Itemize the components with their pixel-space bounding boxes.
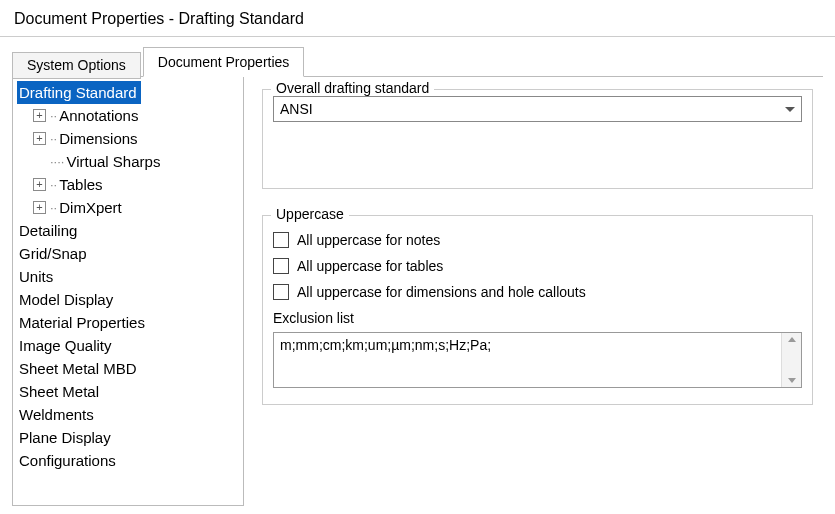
arrow-up-icon [788, 337, 796, 342]
checkbox-label: All uppercase for tables [297, 258, 443, 274]
tree-item-virtual-sharps[interactable]: ···· Virtual Sharps [17, 150, 239, 173]
checkbox-icon [273, 258, 289, 274]
checkbox-icon [273, 232, 289, 248]
checkbox-uppercase-tables[interactable]: All uppercase for tables [273, 258, 802, 274]
tree-label: Tables [59, 173, 102, 196]
exclusion-list-input[interactable]: m;mm;cm;km;um;µm;nm;s;Hz;Pa; [273, 332, 802, 388]
tree-item-annotations[interactable]: + ·· Annotations [17, 104, 239, 127]
tree-item-weldments[interactable]: Weldments [17, 403, 239, 426]
tab-document-properties[interactable]: Document Properties [143, 47, 305, 77]
tree-item-tables[interactable]: + ·· Tables [17, 173, 239, 196]
tree-item-units[interactable]: Units [17, 265, 239, 288]
exclusion-list-label: Exclusion list [273, 310, 802, 326]
expand-icon[interactable]: + [33, 201, 46, 214]
tab-strip: System Options Document Properties [12, 47, 823, 77]
exclusion-list-value: m;mm;cm;km;um;µm;nm;s;Hz;Pa; [274, 333, 781, 387]
tree-item-model-display[interactable]: Model Display [17, 288, 239, 311]
tree-item-drafting-standard[interactable]: Drafting Standard [17, 81, 141, 104]
scrollbar[interactable] [781, 333, 801, 387]
expand-icon[interactable]: + [33, 132, 46, 145]
expand-icon[interactable]: + [33, 178, 46, 191]
tree-item-image-quality[interactable]: Image Quality [17, 334, 239, 357]
tree-item-grid-snap[interactable]: Grid/Snap [17, 242, 239, 265]
tree-label: DimXpert [59, 196, 122, 219]
tree-label: Annotations [59, 104, 138, 127]
group-legend: Uppercase [271, 206, 349, 222]
expand-icon[interactable]: + [33, 109, 46, 122]
chevron-down-icon [785, 107, 795, 112]
group-legend: Overall drafting standard [271, 80, 434, 96]
tree-label: Virtual Sharps [66, 150, 160, 173]
checkbox-uppercase-notes[interactable]: All uppercase for notes [273, 232, 802, 248]
tab-system-options[interactable]: System Options [12, 52, 141, 79]
tree-item-dimensions[interactable]: + ·· Dimensions [17, 127, 239, 150]
drafting-standard-select[interactable]: ANSI [273, 96, 802, 122]
tree-item-detailing[interactable]: Detailing [17, 219, 239, 242]
group-uppercase: Uppercase All uppercase for notes All up… [262, 215, 813, 405]
checkbox-label: All uppercase for notes [297, 232, 440, 248]
tree-item-material-properties[interactable]: Material Properties [17, 311, 239, 334]
window-title: Document Properties - Drafting Standard [0, 0, 835, 36]
tree-label: Dimensions [59, 127, 137, 150]
tree-item-sheet-metal[interactable]: Sheet Metal [17, 380, 239, 403]
tree-item-sheet-metal-mbd[interactable]: Sheet Metal MBD [17, 357, 239, 380]
checkbox-uppercase-dimensions[interactable]: All uppercase for dimensions and hole ca… [273, 284, 802, 300]
arrow-down-icon [788, 378, 796, 383]
tree-item-configurations[interactable]: Configurations [17, 449, 239, 472]
group-overall-standard: Overall drafting standard ANSI [262, 89, 813, 189]
checkbox-label: All uppercase for dimensions and hole ca… [297, 284, 586, 300]
category-tree: Drafting Standard + ·· Annotations + ·· … [12, 77, 244, 506]
select-value: ANSI [280, 101, 313, 117]
tree-item-plane-display[interactable]: Plane Display [17, 426, 239, 449]
checkbox-icon [273, 284, 289, 300]
tree-item-dimxpert[interactable]: + ·· DimXpert [17, 196, 239, 219]
